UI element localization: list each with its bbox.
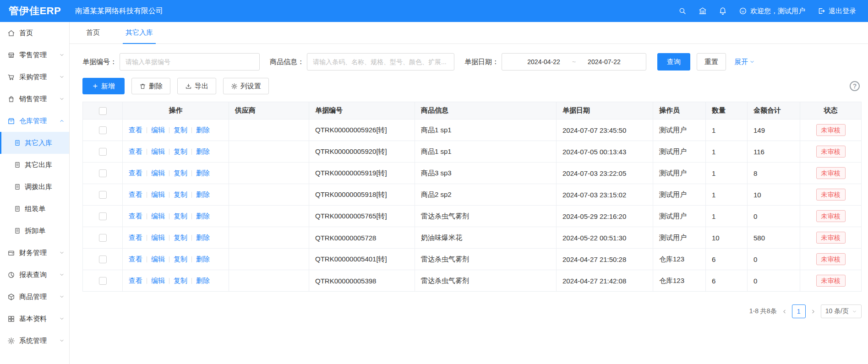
status-badge: 未审核 <box>816 210 846 223</box>
sidebar-item-system[interactable]: 系统管理 <box>0 330 69 352</box>
help-icon[interactable]: ? <box>850 81 860 91</box>
edit-link[interactable]: 编辑 <box>151 190 165 199</box>
date-cell: 2024-05-29 22:16:20 <box>557 206 653 227</box>
view-link[interactable]: 查看 <box>129 190 142 199</box>
copy-link[interactable]: 复制 <box>174 255 187 264</box>
search-icon[interactable] <box>678 7 687 15</box>
row-checkbox[interactable] <box>99 191 107 199</box>
edit-link[interactable]: 编辑 <box>151 147 165 156</box>
action-separator <box>147 192 147 198</box>
bell-icon[interactable] <box>719 7 727 15</box>
tab-home[interactable]: 首页 <box>83 22 103 43</box>
logout-button[interactable]: 退出登录 <box>817 7 856 16</box>
download-icon <box>185 83 192 90</box>
edit-link[interactable]: 编辑 <box>151 234 165 242</box>
edit-link[interactable]: 编辑 <box>151 126 165 135</box>
date-range-separator: ~ <box>572 58 576 65</box>
edit-link[interactable]: 编辑 <box>151 255 165 264</box>
add-button[interactable]: 新增 <box>82 78 125 94</box>
row-checkbox[interactable] <box>99 148 107 156</box>
sidebar-item-other-outbound[interactable]: 其它出库 <box>0 154 69 176</box>
copy-link[interactable]: 复制 <box>174 212 187 221</box>
sidebar-item-transfer-outbound[interactable]: 调拨出库 <box>0 176 69 198</box>
copy-link[interactable]: 复制 <box>174 277 187 285</box>
product-cell: 商品1 sp1 <box>415 120 557 141</box>
amount-cell: 10 <box>748 184 800 206</box>
date-end-value[interactable]: 2024-07-22 <box>588 58 621 65</box>
expand-filters-link[interactable]: 展开 <box>734 58 755 66</box>
date-range-picker[interactable]: 2024-04-22 ~ 2024-07-22 <box>502 53 646 71</box>
sidebar-item-purchase[interactable]: 采购管理 <box>0 66 69 88</box>
delete-link[interactable]: 删除 <box>196 126 210 135</box>
chevron-down-icon <box>59 52 65 58</box>
next-page-button[interactable] <box>810 309 816 315</box>
view-link[interactable]: 查看 <box>129 126 142 135</box>
sidebar-item-home[interactable]: 首页 <box>0 22 69 44</box>
copy-link[interactable]: 复制 <box>174 169 187 178</box>
bank-icon[interactable] <box>699 7 707 15</box>
sidebar-item-reports[interactable]: 报表查询 <box>0 264 69 286</box>
row-select-cell <box>83 249 123 270</box>
copy-link[interactable]: 复制 <box>174 234 187 242</box>
sidebar-item-label: 其它出库 <box>25 161 52 169</box>
sidebar-item-other-inbound[interactable]: 其它入库 <box>0 132 69 154</box>
amount-cell: 8 <box>748 163 800 184</box>
edit-link[interactable]: 编辑 <box>151 277 165 285</box>
sidebar-item-sales[interactable]: 销售管理 <box>0 88 69 110</box>
view-link[interactable]: 查看 <box>129 169 142 178</box>
bill-no-input[interactable] <box>120 53 260 71</box>
qty-cell: 1 <box>706 163 748 184</box>
product-info-input[interactable] <box>307 53 454 71</box>
delete-link[interactable]: 删除 <box>196 277 210 285</box>
edit-link[interactable]: 编辑 <box>151 212 165 221</box>
page-size-select[interactable]: 10 条/页 <box>821 304 862 318</box>
copy-link[interactable]: 复制 <box>174 126 187 135</box>
copy-link[interactable]: 复制 <box>174 190 187 199</box>
view-link[interactable]: 查看 <box>129 277 142 285</box>
tab-other-inbound[interactable]: 其它入库 <box>123 22 156 43</box>
grid-icon <box>7 315 15 323</box>
view-link[interactable]: 查看 <box>129 212 142 221</box>
sidebar-item-disassembly[interactable]: 拆卸单 <box>0 220 69 242</box>
row-checkbox[interactable] <box>99 234 107 242</box>
sidebar-item-warehouse[interactable]: 仓库管理 <box>0 110 69 132</box>
qty-cell: 6 <box>706 270 748 292</box>
topbar-actions: 欢迎您，测试用户 退出登录 <box>678 7 868 16</box>
sidebar-item-retail[interactable]: 零售管理 <box>0 44 69 66</box>
sidebar-item-assembly[interactable]: 组装单 <box>0 198 69 220</box>
date-start-value[interactable]: 2024-04-22 <box>527 58 560 65</box>
view-link[interactable]: 查看 <box>129 255 142 264</box>
export-button[interactable]: 导出 <box>177 78 216 94</box>
delete-button[interactable]: 删除 <box>131 78 170 94</box>
date-cell: 2024-04-27 21:50:28 <box>557 249 653 270</box>
sidebar-item-products[interactable]: 商品管理 <box>0 286 69 308</box>
select-all-checkbox[interactable] <box>99 107 107 115</box>
copy-link[interactable]: 复制 <box>174 147 187 156</box>
row-checkbox[interactable] <box>99 126 107 134</box>
prev-page-button[interactable] <box>781 309 787 315</box>
delete-link[interactable]: 删除 <box>196 234 210 242</box>
delete-link[interactable]: 删除 <box>196 169 210 178</box>
delete-link[interactable]: 删除 <box>196 190 210 199</box>
search-button[interactable]: 查询 <box>657 53 690 71</box>
delete-link[interactable]: 删除 <box>196 212 210 221</box>
qty-cell: 1 <box>706 184 748 206</box>
edit-link[interactable]: 编辑 <box>151 169 165 178</box>
amount-cell: 149 <box>748 120 800 141</box>
row-checkbox[interactable] <box>99 169 107 177</box>
row-checkbox[interactable] <box>99 212 107 220</box>
product-cell: 商品3 sp3 <box>415 163 557 184</box>
view-link[interactable]: 查看 <box>129 234 142 242</box>
delete-link[interactable]: 删除 <box>196 255 210 264</box>
reset-button[interactable]: 重置 <box>697 53 726 71</box>
row-checkbox[interactable] <box>99 277 107 285</box>
sidebar-item-basedata[interactable]: 基本资料 <box>0 308 69 330</box>
view-link[interactable]: 查看 <box>129 147 142 156</box>
action-separator <box>169 278 169 284</box>
column-settings-button[interactable]: 列设置 <box>223 78 269 94</box>
row-checkbox[interactable] <box>99 255 107 263</box>
amount-cell: 116 <box>748 141 800 163</box>
sidebar-item-finance[interactable]: 财务管理 <box>0 242 69 264</box>
current-page-button[interactable]: 1 <box>792 304 806 318</box>
delete-link[interactable]: 删除 <box>196 147 210 156</box>
